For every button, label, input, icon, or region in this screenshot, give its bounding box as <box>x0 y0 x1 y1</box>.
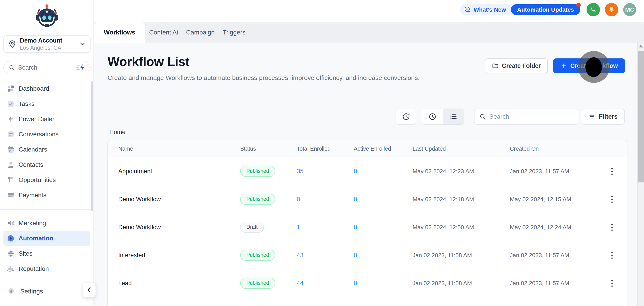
phone-button[interactable] <box>586 3 600 16</box>
active-enrolled[interactable]: 0 <box>354 252 412 259</box>
tab-campaign[interactable]: Campaign <box>182 22 219 43</box>
sidebar-item-conversations[interactable]: Conversations <box>0 127 94 142</box>
notification-dot <box>576 3 581 8</box>
automation-updates-badge[interactable]: Automation Updates <box>511 4 580 15</box>
sidebar-item-calendars[interactable]: Calendars <box>0 142 94 157</box>
row-menu-button[interactable] <box>610 278 614 288</box>
sidebar-search-input[interactable] <box>18 64 75 71</box>
table-row[interactable]: Demo Workflow Draft 1 0 May 02 2024, 12:… <box>108 213 627 241</box>
account-switcher[interactable]: Demo Account Los Angeles, CA <box>3 35 90 53</box>
column-header-name: Name <box>118 146 240 152</box>
sidebar-search[interactable] <box>3 61 90 74</box>
list-icon <box>449 112 458 121</box>
table-row-partial: Draft <box>108 297 627 306</box>
workflow-name[interactable]: Interested <box>118 252 240 259</box>
total-enrolled[interactable]: 35 <box>297 168 354 175</box>
sidebar-item-settings[interactable]: Settings <box>0 284 80 299</box>
view-toggle <box>422 109 464 125</box>
row-menu-button[interactable] <box>610 250 614 260</box>
table-row[interactable]: Appointment Published 35 0 May 02 2024, … <box>108 157 627 185</box>
sidebar-item-payments[interactable]: Payments <box>0 188 94 203</box>
workflow-name[interactable]: Lead <box>118 280 240 287</box>
table-row[interactable]: Demo Workflow Published 0 0 May 02 2024,… <box>108 185 627 213</box>
whats-new-button[interactable]: What's New <box>460 6 511 13</box>
dashboard-icon <box>7 85 14 92</box>
create-folder-button[interactable]: Create Folder <box>485 59 548 73</box>
quick-search-bolt-icon[interactable] <box>75 63 86 72</box>
sidebar-collapse-button[interactable] <box>83 282 96 297</box>
sidebar-item-marketing[interactable]: Marketing <box>0 216 94 231</box>
globe-icon <box>7 250 14 257</box>
status-badge: Draft <box>240 222 264 233</box>
created-on: Jan 02 2023, 11:57 AM <box>510 280 606 287</box>
sidebar-item-tasks[interactable]: Tasks <box>0 96 94 112</box>
row-menu-button[interactable] <box>610 222 614 232</box>
last-updated: May 02 2024, 12:23 AM <box>412 168 510 175</box>
table-row[interactable]: Lead Published 44 0 Jan 02 2023, 11:58 A… <box>108 269 627 297</box>
tab-content-ai[interactable]: Content Ai <box>145 22 182 43</box>
total-enrolled[interactable]: 43 <box>297 252 354 259</box>
create-workflow-button[interactable]: Create Workflow <box>553 59 625 73</box>
sidebar-nav-primary: Dashboard Tasks Power Dialer Conversatio… <box>0 81 94 203</box>
sidebar-item-reputation[interactable]: Reputation <box>0 261 94 271</box>
page-subtitle: Create and manage Workflows to automate … <box>108 73 420 83</box>
sidebar-item-power-dialer[interactable]: Power Dialer <box>0 112 94 127</box>
workflow-name[interactable]: Demo Workflow <box>118 224 240 231</box>
whats-new-icon <box>464 6 471 13</box>
row-menu-button[interactable] <box>610 194 614 204</box>
history-button[interactable] <box>396 109 416 125</box>
workflow-name[interactable]: Appointment <box>118 168 240 175</box>
sidebar-scrollbar-thumb[interactable] <box>91 81 93 211</box>
last-updated: Jan 02 2023, 11:58 AM <box>412 252 510 259</box>
sidebar-item-contacts[interactable]: Contacts <box>0 157 94 172</box>
notifications-button[interactable] <box>605 3 618 16</box>
total-enrolled[interactable]: 1 <box>297 224 354 231</box>
last-updated: May 02 2024, 12:18 AM <box>412 196 510 203</box>
credit-card-icon <box>7 191 14 199</box>
column-header-status: Status <box>240 146 297 152</box>
breadcrumb[interactable]: Home <box>109 129 126 136</box>
filters-button[interactable]: Filters <box>581 109 625 125</box>
active-enrolled[interactable]: 0 <box>354 224 412 231</box>
megaphone-icon <box>7 219 14 227</box>
workflow-name[interactable]: Demo Workflow <box>118 196 240 203</box>
clock-icon <box>428 112 437 121</box>
table-body: Appointment Published 35 0 May 02 2024, … <box>108 157 627 297</box>
sidebar-divider <box>0 209 94 210</box>
active-enrolled[interactable]: 0 <box>354 280 412 287</box>
scrollbar-up-arrow[interactable] <box>638 45 644 48</box>
folder-icon <box>492 63 499 69</box>
total-enrolled[interactable]: 0 <box>297 196 354 203</box>
sidebar-item-dashboard[interactable]: Dashboard <box>0 81 94 96</box>
sidebar: Demo Account Los Angeles, CA Dashboar <box>0 0 94 306</box>
filters-label: Filters <box>599 113 618 120</box>
row-menu-button[interactable] <box>610 166 614 176</box>
robot-logo-icon <box>34 3 60 29</box>
page-scrollbar[interactable] <box>637 43 644 306</box>
last-updated: May 02 2024, 12:50 AM <box>412 224 510 231</box>
tab-workflows[interactable]: Workflows <box>94 22 145 43</box>
sidebar-item-automation[interactable]: Automation <box>3 231 90 246</box>
chat-icon <box>7 131 14 138</box>
tab-triggers[interactable]: Triggers <box>219 22 250 43</box>
user-avatar[interactable]: MC <box>623 3 636 16</box>
workflow-search-input[interactable] <box>489 113 573 120</box>
plus-icon <box>560 63 567 69</box>
view-toggle-recent[interactable] <box>422 109 443 124</box>
view-toggle-list[interactable] <box>443 109 464 124</box>
sidebar-item-sites[interactable]: Sites <box>0 246 94 261</box>
sidebar-item-label: Dashboard <box>18 85 49 92</box>
created-on: May 02 2024, 12:24 AM <box>510 224 606 231</box>
workflow-search[interactable] <box>474 109 578 125</box>
total-enrolled[interactable]: 44 <box>297 280 354 287</box>
sidebar-item-label: Calendars <box>18 146 47 153</box>
lightning-icon <box>7 115 14 123</box>
active-enrolled[interactable]: 0 <box>354 168 412 175</box>
scrollbar-thumb[interactable] <box>638 51 644 182</box>
tab-label: Campaign <box>186 29 215 36</box>
active-enrolled[interactable]: 0 <box>354 196 412 203</box>
sidebar-item-label: Tasks <box>18 100 35 107</box>
table-row[interactable]: Interested Published 43 0 Jan 02 2023, 1… <box>108 241 627 269</box>
sidebar-item-opportunities[interactable]: Opportunities <box>0 172 94 188</box>
column-header-active-enrolled: Active Enrolled <box>354 146 412 152</box>
